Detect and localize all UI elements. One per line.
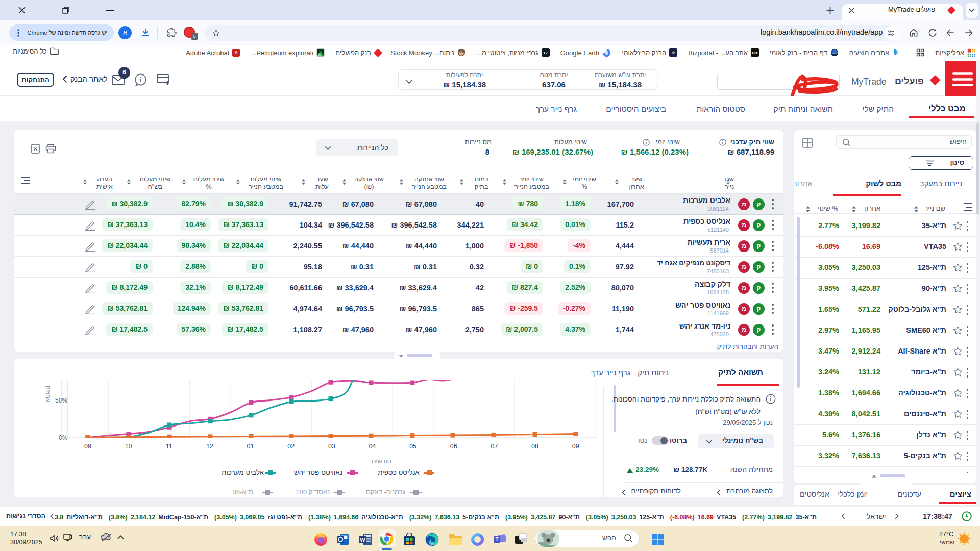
svg-text:T: T — [495, 537, 498, 542]
svg-text:W: W — [360, 537, 365, 543]
